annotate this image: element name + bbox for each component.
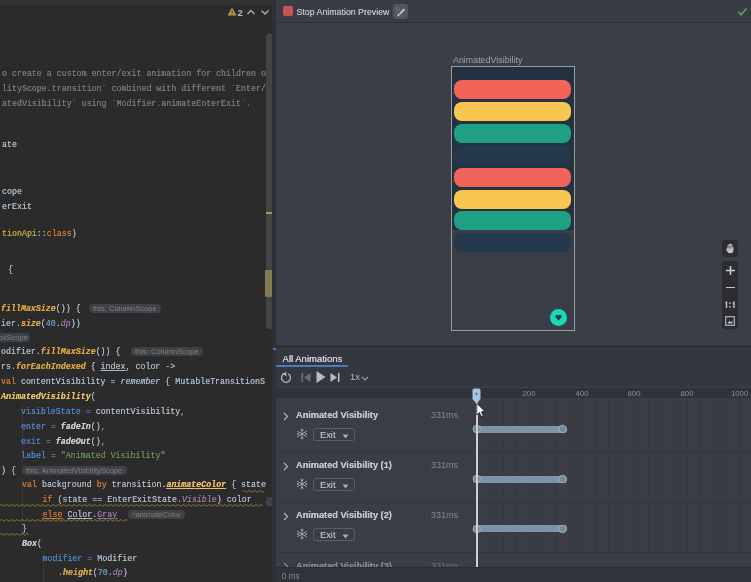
- svg-text:2: 2: [238, 7, 243, 18]
